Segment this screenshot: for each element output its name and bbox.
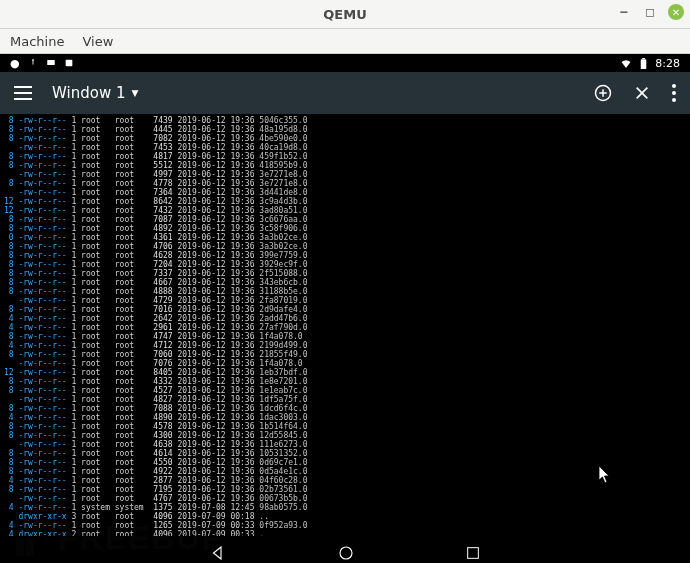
message-icon (46, 58, 56, 68)
battery-icon (640, 58, 647, 69)
svg-point-13 (672, 91, 676, 95)
hamburger-icon[interactable] (14, 86, 32, 100)
nav-back-icon[interactable] (209, 544, 227, 562)
storage-icon (64, 58, 74, 68)
android-nav-bar (0, 536, 690, 563)
svg-rect-2 (641, 59, 647, 69)
qemu-titlebar: QEMU ‒ ◻ ✕ (0, 0, 690, 29)
close-button[interactable]: ✕ (668, 4, 684, 20)
terminal-window-selector[interactable]: Window 1 ▼ (52, 84, 574, 102)
terminal-toolbar: Window 1 ▼ (0, 72, 690, 114)
menu-machine[interactable]: Machine (10, 34, 64, 49)
svg-rect-1 (65, 60, 72, 67)
svg-point-12 (672, 84, 676, 88)
add-tab-icon[interactable] (594, 84, 612, 102)
window-title: QEMU (323, 7, 366, 22)
more-icon[interactable] (672, 84, 676, 102)
terminal-window-label: Window 1 (52, 84, 125, 102)
qemu-menubar: Machine View (0, 29, 690, 54)
wifi-icon (620, 58, 632, 68)
svg-point-14 (672, 98, 676, 102)
terminal-output[interactable]: 8 -rw-r--r-- 1 root root 7439 2019-06-12… (0, 114, 690, 536)
nav-recent-icon[interactable] (465, 545, 481, 561)
svg-point-15 (340, 547, 352, 559)
svg-rect-3 (642, 58, 645, 59)
dropdown-triangle-icon: ▼ (131, 88, 138, 98)
svg-rect-0 (47, 60, 55, 65)
status-time: 8:28 (655, 57, 680, 70)
android-status-bar: ● 8:28 (0, 54, 690, 72)
menu-view[interactable]: View (82, 34, 113, 49)
minimize-button[interactable]: ‒ (616, 4, 632, 20)
svg-rect-16 (468, 547, 479, 558)
notification-dot-icon: ● (10, 57, 20, 70)
maximize-button[interactable]: ◻ (642, 4, 658, 20)
close-tab-icon[interactable] (634, 85, 650, 101)
nav-home-icon[interactable] (337, 544, 355, 562)
usb-debug-icon (28, 58, 38, 68)
